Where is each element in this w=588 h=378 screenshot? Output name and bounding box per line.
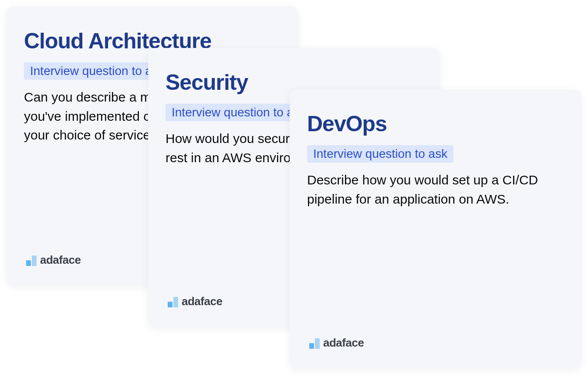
interview-badge: Interview question to ask [307, 145, 453, 163]
logo-bars-icon [168, 297, 178, 307]
logo-bars-icon [309, 338, 320, 349]
brand-logo: adaface [309, 337, 364, 349]
question-text: Describe how you would set up a CI/CD pi… [307, 170, 564, 208]
brand-name: adaface [182, 296, 222, 307]
brand-logo: adaface [168, 296, 222, 307]
logo-bars-icon [26, 255, 37, 266]
card-title: DevOps [307, 111, 564, 136]
brand-name: adaface [323, 337, 364, 349]
brand-name: adaface [40, 254, 81, 266]
card-devops: DevOps Interview question to ask Describ… [290, 89, 581, 368]
brand-logo: adaface [26, 254, 81, 266]
